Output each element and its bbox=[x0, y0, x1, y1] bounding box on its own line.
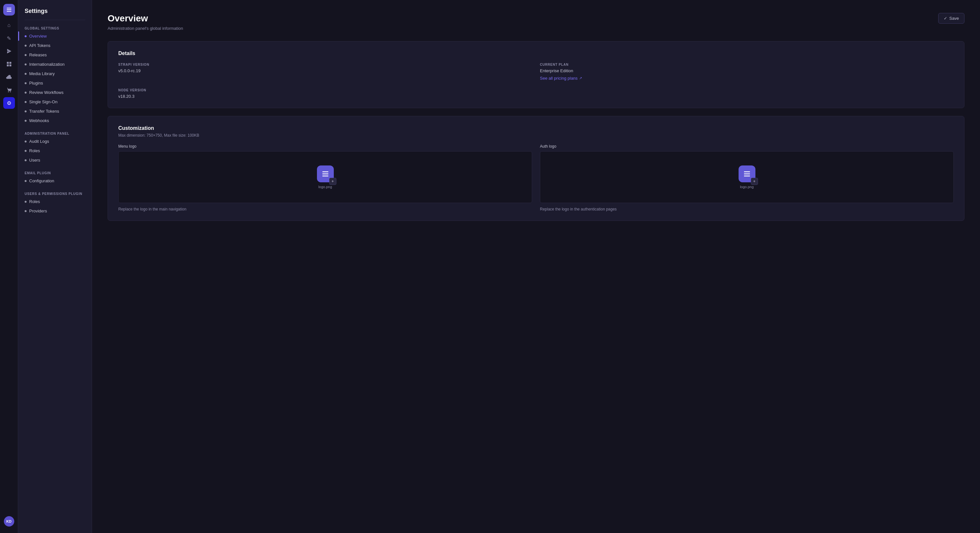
current-plan-label: CURRENT PLAN bbox=[540, 63, 954, 67]
page-heading: Overview Administration panel's global i… bbox=[108, 13, 183, 31]
auth-logo-filename: logo.png bbox=[740, 185, 754, 189]
sidebar-item-configuration[interactable]: Configuration bbox=[18, 176, 92, 186]
menu-logo-filename: logo.png bbox=[318, 185, 332, 189]
save-button[interactable]: ✓ Save bbox=[938, 13, 964, 24]
menu-logo-block: Menu logo + logo.png Replace the logo in… bbox=[118, 144, 532, 211]
auth-logo-hint: Replace the logo in the authentication p… bbox=[540, 207, 954, 211]
settings-nav-icon[interactable]: ⚙ bbox=[3, 97, 15, 109]
auth-logo-plus-button[interactable]: + bbox=[751, 178, 758, 185]
bullet-roles-perm bbox=[25, 201, 27, 203]
brand-icon[interactable] bbox=[3, 4, 15, 16]
sidebar-item-single-sign-on[interactable]: Single Sign-On bbox=[18, 97, 92, 106]
sidebar: Settings Global Settings Overview API To… bbox=[18, 0, 92, 533]
see-all-plans-link[interactable]: See all pricing plans ↗ bbox=[540, 76, 954, 81]
sidebar-item-transfer-tokens[interactable]: Transfer Tokens bbox=[18, 106, 92, 116]
current-plan-value: Enterprise Edition bbox=[540, 68, 954, 73]
strapi-version-label: STRAPI VERSION bbox=[118, 63, 532, 67]
auth-logo-label: Auth logo bbox=[540, 144, 954, 149]
icon-rail: ⌂ ✎ ⚙ KD bbox=[0, 0, 18, 533]
bullet-configuration bbox=[25, 180, 27, 182]
bullet-providers bbox=[25, 210, 27, 212]
strapi-version-value: v5.0.0-rc.19 bbox=[118, 68, 532, 73]
sidebar-item-roles[interactable]: Roles bbox=[18, 146, 92, 155]
svg-rect-3 bbox=[10, 65, 11, 67]
bullet-media-library bbox=[25, 73, 27, 75]
customization-card-title: Customization bbox=[118, 125, 954, 131]
sidebar-section-admin: Administration Panel bbox=[18, 129, 92, 136]
bullet-audit-logs bbox=[25, 141, 27, 143]
cart-icon[interactable] bbox=[3, 84, 15, 96]
customization-subtitle: Max dimension: 750×750, Max file size: 1… bbox=[118, 133, 954, 138]
details-card: Details STRAPI VERSION v5.0.0-rc.19 CURR… bbox=[108, 41, 964, 108]
sidebar-item-api-tokens[interactable]: API Tokens bbox=[18, 41, 92, 50]
page-title: Overview bbox=[108, 13, 183, 24]
bullet-releases bbox=[25, 54, 27, 56]
logo-grid: Menu logo + logo.png Replace the logo in… bbox=[118, 144, 954, 211]
bullet-users bbox=[25, 159, 27, 161]
details-grid: STRAPI VERSION v5.0.0-rc.19 CURRENT PLAN… bbox=[118, 63, 954, 99]
sidebar-item-audit-logs[interactable]: Audit Logs bbox=[18, 136, 92, 146]
node-version-value: v18.20.3 bbox=[118, 94, 532, 99]
sidebar-section-users-permissions: Users & Permissions Plugin bbox=[18, 189, 92, 197]
bullet-plugins bbox=[25, 82, 27, 84]
menu-logo-hint: Replace the logo in the main navigation bbox=[118, 207, 532, 211]
current-plan-block: CURRENT PLAN Enterprise Edition See all … bbox=[540, 63, 954, 81]
bullet-review-workflows bbox=[25, 92, 27, 94]
grid-icon[interactable] bbox=[3, 58, 15, 70]
svg-rect-2 bbox=[7, 65, 9, 67]
bullet-transfer-tokens bbox=[25, 110, 27, 113]
auth-logo-block: Auth logo + logo.png Replace the logo in… bbox=[540, 144, 954, 211]
cloud-icon[interactable] bbox=[3, 71, 15, 83]
sidebar-section-global: Global Settings bbox=[18, 24, 92, 32]
sidebar-section-email: Email Plugin bbox=[18, 169, 92, 176]
bullet-sso bbox=[25, 101, 27, 103]
strapi-version-block: STRAPI VERSION v5.0.0-rc.19 bbox=[118, 63, 532, 81]
page-subtitle: Administration panel's global informatio… bbox=[108, 26, 183, 31]
sidebar-divider bbox=[25, 20, 85, 20]
details-card-title: Details bbox=[118, 51, 954, 56]
menu-logo-label: Menu logo bbox=[118, 144, 532, 149]
customization-card: Customization Max dimension: 750×750, Ma… bbox=[108, 116, 964, 221]
bullet-internationalization bbox=[25, 63, 27, 65]
sidebar-item-webhooks[interactable]: Webhooks bbox=[18, 116, 92, 125]
checkmark-icon: ✓ bbox=[944, 16, 947, 21]
menu-logo-icon-wrapper: + bbox=[317, 165, 334, 182]
main-header: Overview Administration panel's global i… bbox=[108, 13, 964, 31]
main-content: Overview Administration panel's global i… bbox=[92, 0, 980, 533]
sidebar-item-internationalization[interactable]: Internationalization bbox=[18, 60, 92, 69]
auth-logo-upload-area[interactable]: + logo.png bbox=[540, 151, 954, 203]
auth-logo-icon-wrapper: + bbox=[738, 165, 756, 182]
svg-rect-0 bbox=[7, 62, 9, 64]
sidebar-item-roles-perm[interactable]: Roles bbox=[18, 197, 92, 206]
menu-logo-upload-area[interactable]: + logo.png bbox=[118, 151, 532, 203]
bullet-webhooks bbox=[25, 120, 27, 122]
sidebar-item-users[interactable]: Users bbox=[18, 155, 92, 165]
sidebar-item-overview[interactable]: Overview bbox=[18, 32, 92, 41]
user-avatar[interactable]: KD bbox=[4, 516, 14, 527]
sidebar-item-plugins[interactable]: Plugins bbox=[18, 78, 92, 88]
home-icon[interactable]: ⌂ bbox=[3, 19, 15, 31]
pen-icon[interactable]: ✎ bbox=[3, 32, 15, 44]
sidebar-title: Settings bbox=[18, 5, 92, 19]
node-version-label: NODE VERSION bbox=[118, 89, 532, 92]
sidebar-item-review-workflows[interactable]: Review Workflows bbox=[18, 88, 92, 97]
sidebar-item-releases[interactable]: Releases bbox=[18, 50, 92, 60]
bullet-overview bbox=[25, 35, 27, 37]
sidebar-item-providers[interactable]: Providers bbox=[18, 206, 92, 216]
bullet-roles bbox=[25, 150, 27, 152]
send-icon[interactable] bbox=[3, 45, 15, 57]
external-link-icon: ↗ bbox=[579, 76, 582, 80]
sidebar-item-media-library[interactable]: Media Library bbox=[18, 69, 92, 78]
svg-rect-1 bbox=[10, 62, 11, 64]
bullet-api-tokens bbox=[25, 45, 27, 47]
node-version-block: NODE VERSION v18.20.3 bbox=[118, 89, 532, 99]
menu-logo-plus-button[interactable]: + bbox=[329, 178, 336, 185]
